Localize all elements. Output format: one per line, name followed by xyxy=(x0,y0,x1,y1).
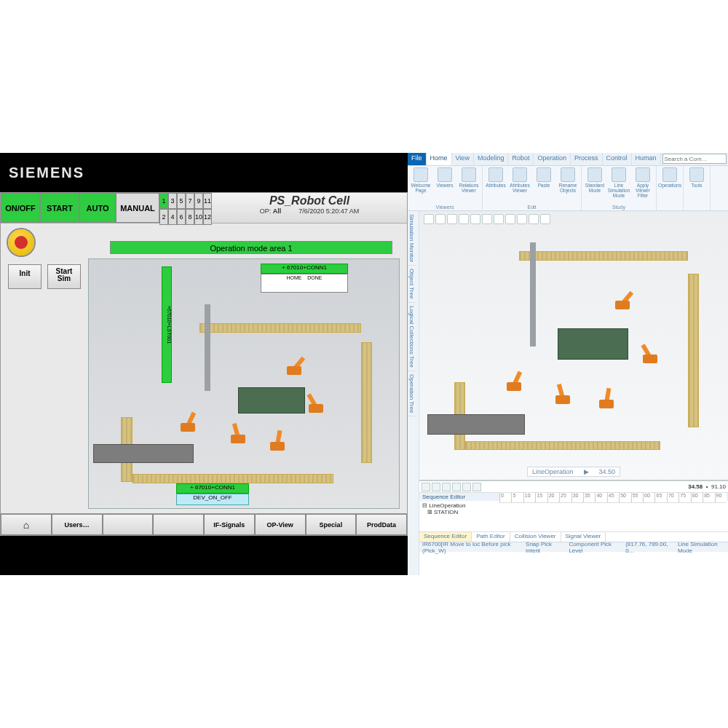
tab-modeling[interactable]: Modeling xyxy=(474,153,509,165)
operations-button[interactable]: Operations xyxy=(659,167,681,202)
area-num-7[interactable]: 7 xyxy=(186,193,194,209)
onoff-button[interactable]: ON/OFF xyxy=(1,193,40,223)
tab-robot[interactable]: Robot xyxy=(508,153,534,165)
proddata-button[interactable]: ProdData xyxy=(356,514,407,535)
vtab-logical-tree[interactable]: Logical Collections Tree xyxy=(408,303,416,371)
viewers-button[interactable]: Viewers xyxy=(434,167,456,202)
layers-icon[interactable] xyxy=(529,214,539,224)
seq-tree-root[interactable]: LineOperation xyxy=(429,502,465,509)
measure-icon[interactable] xyxy=(494,214,504,224)
section-icon[interactable] xyxy=(505,214,515,224)
filter-icon xyxy=(636,167,650,182)
search-input[interactable] xyxy=(662,154,727,164)
users-button[interactable]: Users… xyxy=(52,514,103,535)
overlay-conn-top[interactable]: + 67010+CONN1 xyxy=(261,264,348,274)
seq-tree[interactable]: ⊟ LineOperation ⊞ STATION xyxy=(419,501,728,517)
apply-filter-button[interactable]: Apply Viewer Filter xyxy=(632,167,654,202)
zoom-icon[interactable] xyxy=(424,214,434,224)
standard-mode-button[interactable]: Standard Mode xyxy=(584,167,606,202)
overlay-dev-onoff[interactable]: DEV_ON_OFF xyxy=(176,494,249,505)
seq-tool-4[interactable] xyxy=(452,483,461,491)
vtab-sim-monitor[interactable]: Simulation Monitor xyxy=(408,211,416,266)
vertical-sidebar: Simulation Monitor Object Tree Logical C… xyxy=(408,211,419,575)
seq-tool-3[interactable] xyxy=(442,483,451,491)
area-num-12[interactable]: 12 xyxy=(203,209,212,225)
tab-file[interactable]: File xyxy=(408,153,427,165)
estop-icon[interactable] xyxy=(8,229,34,256)
attributes-viewer-button[interactable]: Attributes Viewer xyxy=(509,167,531,202)
pan-icon[interactable] xyxy=(435,214,446,224)
rotate-icon[interactable] xyxy=(447,214,457,224)
ribbon-group-study: Standard Mode Line Simulation Mode Apply… xyxy=(582,166,657,210)
overlay-home: HOME xyxy=(286,275,301,280)
seq-toolbar: 34.58 • 91.10 xyxy=(419,481,728,493)
seq-ruler[interactable]: 051015202530354045505560657075808590 xyxy=(499,493,727,503)
bottom-btn-3[interactable] xyxy=(103,514,154,535)
special-button[interactable]: Special xyxy=(306,514,357,535)
cell-title: PS_Robot Cell xyxy=(219,194,400,207)
vtab-object-tree[interactable]: Object Tree xyxy=(408,266,416,302)
paste-button[interactable]: Paste xyxy=(533,167,555,202)
tools-button[interactable]: Tools xyxy=(686,167,708,202)
status-snap: Snap Pick Intent xyxy=(526,541,561,554)
init-button[interactable]: Init xyxy=(8,264,41,289)
home-button[interactable]: ⌂ xyxy=(1,514,52,535)
tab-view[interactable]: View xyxy=(452,153,474,165)
display-icon[interactable] xyxy=(482,214,492,224)
seq-stop-icon[interactable] xyxy=(472,483,481,491)
start-button[interactable]: START xyxy=(40,193,79,223)
if-signals-button[interactable]: IF-Signals xyxy=(204,514,255,535)
manual-button[interactable]: MANUAL xyxy=(116,193,159,223)
ribbon-group-edit: Attributes Attributes Viewer Paste Renam… xyxy=(483,166,582,210)
area-num-10[interactable]: 10 xyxy=(194,209,203,225)
area-num-9[interactable]: 9 xyxy=(194,193,203,209)
viewport-toolbar xyxy=(424,213,724,226)
overlay-home-done[interactable]: HOME DONE xyxy=(261,274,348,293)
3d-viewport[interactable]: LineOperation ▶ 34.50 xyxy=(419,211,728,480)
area-num-11[interactable]: 11 xyxy=(203,193,212,209)
line-sim-mode-button[interactable]: Line Simulation Mode xyxy=(608,167,630,202)
area-num-2[interactable]: 2 xyxy=(159,209,168,225)
tab-human[interactable]: Human xyxy=(632,153,661,165)
seq-tool-1[interactable] xyxy=(422,483,430,491)
relations-icon xyxy=(462,167,476,182)
start-sim-button[interactable]: Start Sim xyxy=(47,264,81,289)
cell-floor xyxy=(104,304,383,494)
welcome-page-button[interactable]: Welcome Page xyxy=(410,167,432,202)
more-icon[interactable] xyxy=(540,214,550,224)
ribbon-tabs: File Home View Modeling Robot Operation … xyxy=(408,153,728,166)
paste-icon xyxy=(537,167,551,182)
hmi-bottom-bar: ⌂ Users… IF-Signals OP-View Special Prod… xyxy=(1,513,407,535)
tab-process[interactable]: Process xyxy=(571,153,603,165)
rename-objects-button[interactable]: Rename Objects xyxy=(557,167,579,202)
ribbon: Welcome Page Viewers Relations Viewer Vi… xyxy=(408,166,728,211)
attributes-icon xyxy=(488,167,503,182)
seq-tree-station[interactable]: STATION xyxy=(434,509,458,515)
hmi-3d-view[interactable]: +67010+LST001 + 67010+CONN1 HOME DONE + … xyxy=(88,258,400,509)
select-icon[interactable] xyxy=(470,214,480,224)
snap-icon[interactable] xyxy=(517,214,527,224)
area-num-5[interactable]: 5 xyxy=(177,193,186,209)
bottom-btn-4[interactable] xyxy=(153,514,204,535)
area-num-6[interactable]: 6 xyxy=(177,209,186,225)
area-num-3[interactable]: 3 xyxy=(168,193,177,209)
area-num-1[interactable]: 1 xyxy=(159,193,168,209)
fit-icon[interactable] xyxy=(459,214,469,224)
tab-control[interactable]: Control xyxy=(603,153,632,165)
tab-home[interactable]: Home xyxy=(427,153,452,165)
hmi-topbar: ON/OFF START AUTO MANUAL 1 3 5 7 9 11 2 … xyxy=(1,193,407,223)
viewport-scene xyxy=(438,238,709,464)
area-num-8[interactable]: 8 xyxy=(186,209,194,225)
vtab-operation-tree[interactable]: Operation Tree xyxy=(408,371,416,416)
area-num-4[interactable]: 4 xyxy=(168,209,177,225)
relations-viewer-button[interactable]: Relations Viewer xyxy=(458,167,480,202)
tab-operation[interactable]: Operation xyxy=(534,153,571,165)
op-view-button[interactable]: OP-View xyxy=(255,514,306,535)
status-op-name: LineOperation xyxy=(532,468,574,475)
attributes-button[interactable]: Attributes xyxy=(485,167,507,202)
seq-tool-2[interactable] xyxy=(432,483,440,491)
status-time: 34.50 xyxy=(599,468,616,475)
auto-button[interactable]: AUTO xyxy=(79,193,116,223)
seq-play-icon[interactable] xyxy=(462,483,471,491)
play-icon[interactable]: ▶ xyxy=(584,468,589,475)
